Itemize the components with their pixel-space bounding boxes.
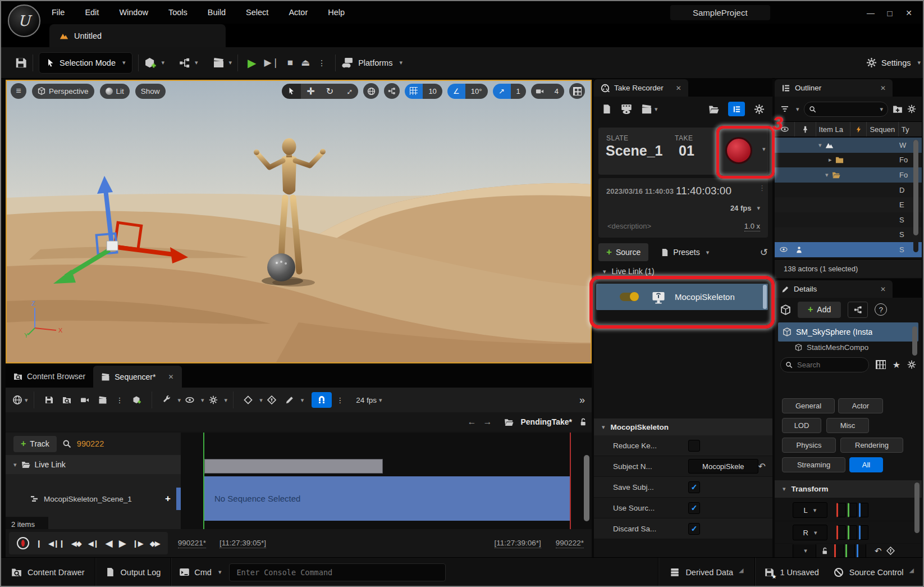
no-sequence-section[interactable]: No Sequence Selected — [204, 476, 571, 521]
category-physics[interactable]: Physics — [782, 438, 836, 453]
outliner-row-selected[interactable]: S — [775, 242, 922, 257]
review-takes-icon[interactable] — [621, 103, 632, 115]
checkbox-unchecked[interactable] — [688, 440, 700, 452]
close-icon[interactable]: ✕ — [880, 285, 886, 293]
type-column-header[interactable]: Ty — [899, 122, 922, 136]
rotate-tool-icon[interactable]: ↻ — [320, 84, 339, 99]
reset-to-default-icon[interactable]: ↶ — [758, 461, 766, 472]
wrench-icon[interactable] — [162, 395, 171, 404]
world-icon[interactable] — [12, 395, 22, 405]
expander-icon[interactable]: ▾ — [818, 142, 822, 149]
maximize-button[interactable]: □ — [880, 6, 899, 20]
location-mode-dropdown[interactable]: L▾ — [793, 502, 827, 518]
folder-icon[interactable] — [708, 104, 719, 115]
chevron-down-icon[interactable]: ▾ — [796, 106, 799, 113]
lock-open-icon[interactable] — [821, 547, 829, 555]
add-component-button[interactable]: + Add — [798, 302, 841, 318]
outliner-search-input[interactable] — [820, 104, 875, 114]
reset-icon[interactable]: ↶ — [875, 546, 882, 556]
category-general[interactable]: General — [782, 398, 835, 413]
z-value-field[interactable] — [859, 503, 868, 517]
folder-open-icon[interactable] — [504, 417, 514, 427]
expander-icon[interactable]: ▸ — [829, 156, 832, 163]
outliner-row[interactable]: S — [775, 212, 922, 227]
sequencer-tab-active[interactable]: Sequencer* ✕ — [93, 366, 181, 388]
menu-window[interactable]: Window — [119, 8, 148, 17]
render-movie-icon[interactable] — [98, 395, 107, 404]
star-icon[interactable]: ★ — [893, 360, 900, 370]
pin-column-header[interactable] — [795, 122, 816, 136]
add-track-button[interactable]: + Track — [13, 436, 57, 452]
transport-prev-key[interactable]: ◀◆ — [71, 539, 81, 548]
rotation-snap-control[interactable]: ∠ 10° — [447, 84, 488, 99]
item-label-column-header[interactable]: Item La — [816, 122, 850, 136]
scrollbar-track[interactable] — [913, 140, 918, 252]
grid-snap-control[interactable]: 10 — [405, 84, 442, 99]
chevron-down-icon[interactable]: ▾ — [762, 145, 766, 153]
scale-x-field[interactable] — [834, 544, 844, 557]
x-value-field[interactable] — [836, 503, 846, 517]
range-end-frame[interactable]: 990222* — [556, 539, 584, 548]
outliner-row[interactable]: E — [775, 197, 922, 212]
checkbox-checked[interactable]: ✓ — [688, 481, 700, 493]
category-streaming[interactable]: Streaming — [782, 457, 845, 472]
plat~forms-dropdown[interactable]: Platforms ▾ — [341, 57, 402, 69]
eject-icon[interactable]: ⏏ — [301, 57, 310, 69]
derived-data-button[interactable]: Derived Data ◢ — [658, 567, 754, 577]
details-search-input[interactable] — [796, 360, 864, 370]
menu-file[interactable]: File — [52, 8, 65, 17]
scrollbar-thumb[interactable] — [913, 140, 918, 235]
outliner-row-world[interactable]: ▾ W — [775, 138, 922, 153]
track-filter-icon[interactable] — [62, 439, 71, 448]
skeleton-snap-icon[interactable] — [384, 83, 400, 99]
outliner-row-folder[interactable]: ▸ Fo — [775, 153, 922, 168]
snap-options-icon[interactable]: ⋮ — [336, 396, 344, 404]
grid-view-icon[interactable] — [876, 360, 886, 369]
range-start-frame[interactable]: 990221* — [178, 539, 206, 548]
menu-tools[interactable]: Tools — [168, 8, 187, 17]
transport-jump-marker[interactable]: ❙ — [36, 539, 42, 548]
add-section-icon[interactable]: + — [165, 493, 171, 504]
roll-value-field[interactable] — [836, 525, 846, 540]
close-icon[interactable]: ✕ — [676, 84, 681, 92]
keyframe-icon[interactable] — [886, 547, 895, 555]
play-icon[interactable]: ▶ — [248, 56, 256, 70]
content-drawer-button[interactable]: Content Drawer — [1, 567, 95, 577]
presets-dropdown[interactable]: Presets ▾ — [661, 248, 709, 257]
checkbox-checked[interactable]: ✓ — [688, 523, 700, 535]
expander-icon[interactable]: ▾ — [825, 171, 829, 179]
subject-enabled-toggle[interactable] — [620, 293, 639, 301]
y-value-field[interactable] — [848, 503, 857, 517]
scale-z-field[interactable] — [857, 544, 866, 557]
timeline-range-bar[interactable] — [204, 459, 383, 474]
new-take-icon[interactable] — [602, 104, 612, 114]
record-icon[interactable] — [17, 537, 29, 549]
lock-open-icon[interactable] — [579, 418, 587, 426]
menu-actor[interactable]: Actor — [289, 8, 308, 17]
back-arrow-icon[interactable]: ← — [467, 417, 476, 427]
content-browser-tab[interactable]: Content Browser — [6, 365, 93, 388]
take-recorder-tab[interactable]: Take Recorder ✕ — [594, 79, 688, 97]
mocopi-track-row[interactable]: MocopiSkeleton_Scene_1 + — [6, 488, 181, 510]
subject-name-field[interactable]: MocopiSkele — [688, 459, 758, 474]
playhead[interactable] — [203, 433, 204, 529]
category-misc[interactable]: Misc — [826, 418, 869, 433]
perspective-dropdown[interactable]: Perspective — [32, 84, 94, 99]
camera-speed-control[interactable]: 4 — [531, 84, 564, 99]
gear-icon[interactable] — [907, 104, 916, 113]
chevron-down-icon[interactable]: ▾ — [229, 59, 232, 66]
subject-details-header[interactable]: ▾ MocopiSkeleton — [594, 418, 772, 435]
chevron-down-icon[interactable]: ▾ — [195, 59, 198, 66]
subject-row-mocopiskeleton[interactable]: MocopiSkeleton — [596, 284, 768, 310]
take-value[interactable]: 01 — [679, 143, 694, 159]
blueprint-edit-button[interactable] — [848, 302, 868, 318]
outliner-row[interactable]: D — [775, 183, 922, 198]
snap-button-active[interactable] — [312, 392, 332, 408]
scale-tool-icon[interactable]: ↔ — [339, 84, 358, 99]
forward-arrow-icon[interactable]: → — [483, 417, 492, 427]
timeline-area[interactable]: No Sequence Selected — [181, 433, 592, 529]
overflow-icon[interactable]: » — [579, 394, 585, 406]
yaw-value-field[interactable] — [859, 525, 868, 540]
settings-dropdown[interactable]: Settings ▾ — [866, 57, 921, 68]
checkbox-checked[interactable]: ✓ — [688, 502, 700, 514]
